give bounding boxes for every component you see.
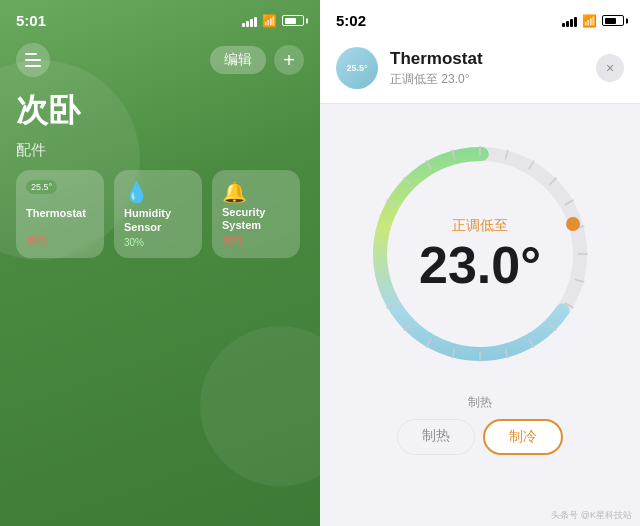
accessory-humidity[interactable]: 💧 Humidity Sensor 30% (114, 170, 202, 258)
header-right: 编辑 + (210, 45, 304, 75)
accessory-security[interactable]: 🔔 Security System 关闭 (212, 170, 300, 258)
dial-handle (566, 217, 580, 231)
menu-button[interactable] (16, 43, 50, 77)
dial-adjusting-label: 正调低至 (419, 217, 541, 235)
acc-name-security: Security System (222, 206, 290, 232)
room-title: 次卧 (0, 85, 320, 141)
thermostat-subtitle: 正调低至 23.0° (390, 71, 584, 88)
acc-status-humidity: 30% (124, 237, 192, 248)
acc-status-security: 关闭 (222, 234, 290, 248)
right-panel: 5:02 📶 25.5° Thermostat 正调低至 23.0° × (320, 0, 640, 526)
dial-temperature: 23.0° (419, 239, 541, 291)
acc-top: 25.5° (26, 180, 94, 194)
signal-icon (242, 15, 257, 27)
left-panel: 5:01 📶 编辑 + 次卧 (0, 0, 320, 526)
mode-section: 制热 制热 制冷 (397, 384, 563, 465)
section-title: 配件 (0, 141, 320, 170)
right-status-icons: 📶 (562, 14, 624, 28)
heat-button[interactable]: 制热 (397, 419, 475, 455)
dial-container: 正调低至 23.0° 制热 制热 制冷 (320, 104, 640, 475)
acc-top-humidity: 💧 (124, 180, 192, 204)
left-header: 编辑 + (0, 35, 320, 85)
acc-top-security: 🔔 (222, 180, 290, 204)
left-time: 5:01 (16, 12, 46, 29)
acc-status-thermostat: 关闭 (26, 234, 94, 248)
right-time: 5:02 (336, 12, 366, 29)
add-button[interactable]: + (274, 45, 304, 75)
accessories-grid: 25.5° Thermostat 关闭 💧 Humidity Sensor 30… (0, 170, 320, 258)
right-wifi-icon: 📶 (582, 14, 597, 28)
temp-badge: 25.5° (26, 180, 57, 194)
thermostat-dial[interactable]: 正调低至 23.0° (350, 124, 610, 384)
left-status-icons: 📶 (242, 14, 304, 28)
mode-buttons: 制热 制冷 (397, 419, 563, 455)
acc-name-thermostat: Thermostat (26, 207, 94, 220)
heat-mode-label: 制热 (468, 394, 492, 411)
right-signal-icon (562, 15, 577, 27)
watermark: 头条号 @K星科技站 (551, 509, 632, 522)
cool-button[interactable]: 制冷 (483, 419, 563, 455)
thermostat-title: Thermostat (390, 49, 584, 69)
temp-circle-badge: 25.5° (336, 47, 378, 89)
wifi-icon: 📶 (262, 14, 277, 28)
hamburger-icon (25, 53, 41, 67)
right-status-bar: 5:02 📶 (320, 0, 640, 35)
accessory-thermostat[interactable]: 25.5° Thermostat 关闭 (16, 170, 104, 258)
thermostat-info: Thermostat 正调低至 23.0° (390, 49, 584, 88)
thermostat-header: 25.5° Thermostat 正调低至 23.0° × (320, 35, 640, 104)
acc-name-humidity: Humidity Sensor (124, 207, 192, 233)
right-battery-icon (602, 15, 624, 26)
security-icon: 🔔 (222, 180, 247, 204)
battery-icon (282, 15, 304, 26)
edit-button[interactable]: 编辑 (210, 46, 266, 74)
humidity-icon: 💧 (124, 180, 149, 204)
close-button[interactable]: × (596, 54, 624, 82)
dial-center-text: 正调低至 23.0° (419, 217, 541, 291)
left-status-bar: 5:01 📶 (0, 0, 320, 35)
